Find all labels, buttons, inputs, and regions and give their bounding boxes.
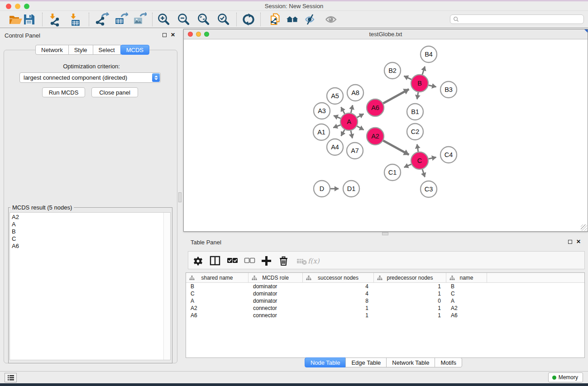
edge-A-A6[interactable] — [357, 114, 364, 118]
edge-A-A8[interactable] — [351, 105, 353, 113]
table-row[interactable]: Bdominator41B — [186, 283, 584, 290]
optimization-dropdown[interactable]: largest connected component (directed) — [19, 72, 161, 83]
network-minimize-button[interactable] — [196, 32, 201, 37]
edge-A2-C[interactable] — [383, 141, 409, 155]
tab-node-table[interactable]: Node Table — [305, 357, 346, 367]
close-panel-icon[interactable]: ✕ — [171, 33, 175, 37]
close-panel-button[interactable]: Close panel — [91, 87, 138, 97]
export-network-button[interactable] — [94, 12, 110, 27]
tab-style[interactable]: Style — [68, 45, 93, 55]
traffic-lights — [6, 4, 29, 9]
edge-A-A4[interactable] — [341, 129, 345, 136]
close-table-panel-icon[interactable]: ✕ — [576, 239, 581, 244]
delete-column-button[interactable] — [277, 254, 290, 267]
add-column-button[interactable] — [259, 254, 273, 267]
zoom-out-button[interactable] — [176, 12, 191, 27]
tab-network[interactable]: Network — [35, 45, 69, 55]
network-canvas[interactable]: B4B2BB3A5A8A6B1A3AA1C2A2A4A7C4CC1C3DD1 — [184, 39, 588, 231]
mcds-result-list[interactable]: A2ABCA6 — [10, 212, 171, 360]
close-window-button[interactable] — [6, 4, 11, 9]
search-field[interactable] — [450, 14, 584, 24]
minimize-window-button[interactable] — [15, 4, 20, 9]
tab-edge-table[interactable]: Edge Table — [345, 357, 387, 367]
table-row[interactable]: A6connector11A6 — [186, 312, 584, 319]
first-neighbors-icon — [285, 12, 300, 27]
export-table-button[interactable] — [113, 12, 129, 27]
show-all-button[interactable] — [323, 12, 339, 27]
column-header-successor-nodes[interactable]: successor nodes — [303, 273, 374, 282]
function-builder-button[interactable]: f(x) — [307, 254, 320, 267]
import-network-button[interactable] — [47, 12, 62, 27]
destroy-table-button[interactable] — [295, 254, 308, 267]
node-table: shared nameMCDS rolesuccessor nodesprede… — [186, 272, 585, 358]
mcds-result-item[interactable]: A6 — [12, 243, 170, 250]
node-label-B3: B3 — [445, 86, 453, 93]
save-session-button[interactable] — [21, 12, 37, 27]
table-row[interactable]: A2connector11A2 — [186, 305, 584, 312]
edge-B-B2[interactable] — [404, 76, 411, 80]
zoom-fit-button[interactable] — [196, 12, 211, 27]
tab-network-table[interactable]: Network Table — [386, 357, 435, 367]
edge-A-A2[interactable] — [357, 126, 364, 130]
cell: 1 — [303, 305, 374, 311]
table-row[interactable]: Adominator80A — [186, 297, 584, 305]
column-header-predecessor-nodes[interactable]: predecessor nodes — [374, 273, 446, 282]
export-network-icon — [95, 12, 109, 27]
zoom-window-button[interactable] — [24, 4, 29, 9]
edge-C-C3[interactable] — [422, 169, 425, 177]
clone-network-button[interactable] — [268, 12, 283, 27]
mcds-result-item[interactable]: B — [12, 228, 170, 235]
memory-button[interactable]: Memory — [548, 372, 583, 382]
tab-motifs[interactable]: Motifs — [435, 357, 462, 367]
column-header-shared-name[interactable]: shared name — [186, 273, 249, 282]
refresh-layout-button[interactable] — [241, 12, 256, 27]
control-panel-tabs: NetworkStyleSelectMCDS — [35, 45, 149, 55]
edge-A-A1[interactable] — [333, 125, 340, 128]
network-close-button[interactable] — [188, 32, 193, 37]
network-window-titlebar[interactable]: testGlobe.txt — [184, 29, 588, 39]
zoom-in-button[interactable] — [156, 12, 171, 27]
mcds-result-item[interactable]: C — [12, 235, 170, 243]
table-settings-button[interactable] — [191, 254, 205, 267]
cell: 1 — [374, 305, 446, 311]
resize-grip-icon[interactable] — [581, 224, 587, 231]
tab-mcds[interactable]: MCDS — [120, 45, 149, 55]
mcds-result-scrollbar[interactable] — [163, 213, 170, 360]
float-table-panel-icon[interactable] — [568, 240, 572, 244]
vertical-splitter-handle[interactable] — [178, 192, 182, 202]
hide-selected-button[interactable] — [303, 12, 318, 27]
mcds-result-item[interactable]: A2 — [12, 214, 170, 221]
memory-status-icon — [552, 376, 556, 380]
edge-B-B1[interactable] — [417, 92, 418, 100]
titlebar[interactable]: Session: New Session — [0, 1, 588, 11]
float-panel-icon[interactable] — [163, 33, 167, 37]
edge-C-C1[interactable] — [404, 164, 411, 167]
tab-select[interactable]: Select — [93, 45, 121, 55]
deselect-all-button[interactable] — [243, 254, 256, 267]
clone-network-icon — [268, 12, 282, 27]
split-table-button[interactable] — [208, 254, 222, 267]
cell: dominator — [249, 298, 303, 304]
edge-A-A3[interactable] — [334, 115, 340, 118]
export-image-button[interactable] — [132, 12, 147, 27]
task-history-button[interactable] — [5, 373, 17, 382]
select-all-button[interactable] — [225, 254, 239, 267]
network-zoom-button[interactable] — [204, 32, 209, 37]
mcds-result-item[interactable]: A — [12, 221, 170, 228]
edge-B-B4[interactable] — [422, 67, 425, 75]
edge-C-C2[interactable] — [417, 144, 418, 152]
open-session-button[interactable] — [7, 12, 23, 27]
table-row[interactable]: Cdominator41C — [186, 290, 584, 297]
edge-B-B3[interactable] — [429, 85, 436, 87]
column-header-name[interactable]: name — [446, 273, 487, 282]
edge-C-C4[interactable] — [429, 157, 436, 159]
run-mcds-button[interactable]: Run MCDS — [42, 87, 85, 97]
edge-A6-B[interactable] — [383, 89, 409, 103]
column-header-MCDS-role[interactable]: MCDS role — [249, 273, 303, 282]
zoom-selected-button[interactable] — [215, 12, 231, 27]
first-neighbors-button[interactable] — [285, 12, 300, 27]
import-table-button[interactable] — [67, 12, 83, 27]
edge-A-A7[interactable] — [351, 131, 352, 138]
horizontal-splitter-handle[interactable] — [382, 232, 388, 235]
edge-A-A5[interactable] — [341, 107, 344, 114]
